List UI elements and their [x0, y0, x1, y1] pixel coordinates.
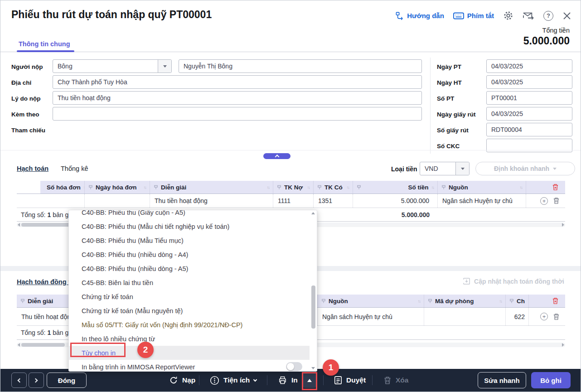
scroll-right-icon[interactable] [562, 223, 564, 227]
print-menu-item[interactable]: C40-BB: Phiếu thu (Giấy cuộn - A5) [69, 210, 317, 219]
accounting-table-header: Số hóa đơn↑↓ Ngày hóa đơn↑↓ Diễn giải↑↓ … [17, 181, 565, 194]
delete-row-icon[interactable] [553, 197, 560, 204]
print-menu-item[interactable]: Mẫu số 05/TT: Giấy rút vốn (Nghị định 99… [69, 318, 317, 332]
print-menu-item-reportviewer[interactable]: In bằng trình in MIMOSA ReportViewer [69, 360, 317, 372]
reportviewer-toggle[interactable] [286, 362, 302, 371]
scrollbar-thumb[interactable] [21, 343, 65, 347]
sort-icon[interactable]: ↑↓ [431, 185, 434, 190]
scroll-up-icon[interactable] [311, 212, 315, 214]
attachment-field[interactable] [53, 107, 422, 121]
col-ngay-hoa-don[interactable]: Ngày hóa đơn↑↓ [85, 181, 150, 194]
col-so-hoa-don[interactable]: Số hóa đơn↑↓ [40, 181, 85, 194]
ngay-pt-field[interactable]: 04/03/2025 [486, 59, 572, 73]
update-simultaneous-button[interactable]: Cập nhật hạch toán đồng thời [463, 277, 564, 285]
accounting-table-row[interactable]: Thu tiền hoạt động 1111 1351 5.000.000 N… [17, 194, 565, 208]
sort-icon[interactable]: ↑↓ [418, 299, 421, 304]
print-menu-item[interactable]: C40-BB: Phiếu thu (Mẫu Tiểu mục) [69, 233, 317, 247]
help-icon[interactable]: ? [543, 11, 553, 21]
payer-name-field[interactable]: Nguyễn Thị Bông [179, 59, 422, 73]
cell-dien-giai[interactable]: Thu tiền hoạt động [150, 194, 273, 208]
scroll-down-icon[interactable] [311, 367, 315, 369]
cell-tk-no[interactable]: 1111 [273, 194, 314, 208]
sort-icon[interactable]: ↑↓ [347, 185, 349, 190]
so-pt-field[interactable]: PT00001 [486, 91, 572, 105]
col2-delete-all[interactable] [529, 295, 565, 307]
add-row-icon[interactable]: + [540, 197, 548, 205]
print-menu-item[interactable]: C40-BB: Phiếu thu (nhiều dòng - A5) [69, 261, 317, 276]
reason-field[interactable]: Thu tiền hoạt động [53, 91, 422, 105]
toolbar-divider [372, 375, 373, 385]
collapse-form-button[interactable] [263, 153, 290, 159]
col2-chuong[interactable]: Ch [506, 295, 529, 307]
col2-nguon[interactable]: Nguồn↑↓ [318, 295, 424, 307]
chevron-down-icon[interactable] [158, 60, 171, 73]
sort-icon[interactable]: ↑↓ [267, 185, 270, 190]
col-so-tien[interactable]: Số tiền↑↓ [353, 181, 438, 194]
scroll-left-icon[interactable] [18, 343, 20, 347]
col-tk-no[interactable]: TK Nợ↑↓ [273, 181, 314, 194]
toolbar-divider [323, 375, 324, 385]
col-dien-giai[interactable]: Diễn giải↑↓ [150, 181, 273, 194]
col2-ma-du-phong[interactable]: Mã dự phòng↑↓ [424, 295, 506, 307]
cell-nguon[interactable]: Ngân sách Huyện tự chủ [438, 194, 526, 208]
next-voucher-button[interactable] [29, 373, 44, 388]
scroll-right-icon[interactable] [562, 343, 564, 347]
close-button[interactable]: Đóng [47, 373, 87, 388]
prev-voucher-button[interactable] [11, 373, 27, 388]
add-row-icon[interactable]: + [540, 313, 548, 320]
shortcut-link[interactable]: Phím tắt [453, 12, 494, 20]
total-amount-value: 5.000.000 [523, 35, 570, 47]
tab-hach-toan[interactable]: Hạch toán [17, 165, 48, 172]
sort-icon[interactable]: ↑↓ [520, 185, 523, 190]
delete-button[interactable]: Xóa [383, 369, 408, 392]
cell-tk-co[interactable]: 1351 [314, 194, 353, 208]
payer-code-combo[interactable]: Bông [53, 59, 172, 73]
gear-icon[interactable] [503, 10, 513, 21]
print-button[interactable]: In [278, 369, 298, 392]
chevron-down-icon[interactable] [455, 162, 469, 175]
ngay-ht-field[interactable]: 04/03/2025 [486, 75, 572, 89]
ngay-giay-rut-field[interactable]: 04/03/2025 [486, 107, 572, 121]
print-menu-item[interactable]: C40-BB: Phiếu thu (nhiều dòng - A4) [69, 247, 317, 261]
print-menu-item[interactable]: C40-BB: Phiếu thu (Mẫu chi tiết nghiệp v… [69, 219, 317, 233]
col-tk-co[interactable]: TK Có↑↓ [314, 181, 353, 194]
unrecord-button[interactable]: Bỏ ghi [531, 372, 571, 388]
sort-icon[interactable]: ↑↓ [144, 185, 146, 190]
cell-ngay-hoa-don[interactable] [85, 194, 150, 208]
sort-icon[interactable]: ↑↓ [307, 185, 310, 190]
cell-so-hoa-don[interactable] [40, 194, 85, 208]
update-label: Cập nhật hạch toán đồng thời [474, 278, 564, 285]
print-menu-item[interactable]: C45-BB: Biên lai thu tiền [69, 276, 317, 290]
utilities-button[interactable]: Tiện ích [210, 369, 257, 392]
currency-combo[interactable]: VND [420, 162, 470, 175]
quick-posting-button[interactable]: Định khoản nhanh [475, 162, 575, 175]
tab-thong-ke[interactable]: Thống kê [61, 165, 88, 172]
form-vertical-divider [430, 58, 431, 154]
reload-button[interactable]: Nạp [169, 369, 195, 392]
address-field[interactable]: Chợ Thành phố Tuy Hòa [53, 75, 422, 89]
scrollbar-thumb[interactable] [311, 286, 315, 329]
scroll-left-icon[interactable] [18, 223, 20, 227]
sort-icon[interactable]: ↑↓ [499, 299, 502, 304]
print-menu-item[interactable]: Chứng từ kế toán [69, 290, 317, 304]
col-nguon[interactable]: Nguồn↑↓ [438, 181, 526, 194]
delete-all-icon [552, 184, 559, 191]
close-icon[interactable] [562, 11, 571, 20]
so-giay-rut-field[interactable]: RDT00004 [486, 123, 572, 136]
approve-button[interactable]: Duyệt [334, 369, 366, 392]
mail-send-icon[interactable] [523, 11, 534, 21]
print-menu-vscrollbar[interactable] [311, 217, 316, 365]
cell-so-tien[interactable]: 5.000.000 [353, 194, 438, 208]
cell2-chuong[interactable]: 622 [506, 308, 529, 325]
delete-row-icon[interactable] [553, 313, 560, 320]
guide-link[interactable]: Hướng dẫn [395, 11, 444, 20]
cell2-nguon[interactable]: Ngân sách Huyện tự chủ [318, 308, 424, 325]
pin-icon [428, 299, 432, 304]
tab-general-info[interactable]: Thông tin chung [19, 40, 70, 48]
col-delete-all[interactable] [526, 181, 565, 194]
reason-label: Lý do nộp [11, 95, 41, 102]
bottom-toolbar: Đóng Nạp Tiện ích In [0, 369, 581, 392]
quick-edit-button[interactable]: Sửa nhanh [478, 372, 526, 388]
print-menu-item[interactable]: Chứng từ kế toán (Mẫu nguyên tệ) [69, 304, 317, 318]
cell2-ma-du-phong[interactable] [424, 308, 506, 325]
